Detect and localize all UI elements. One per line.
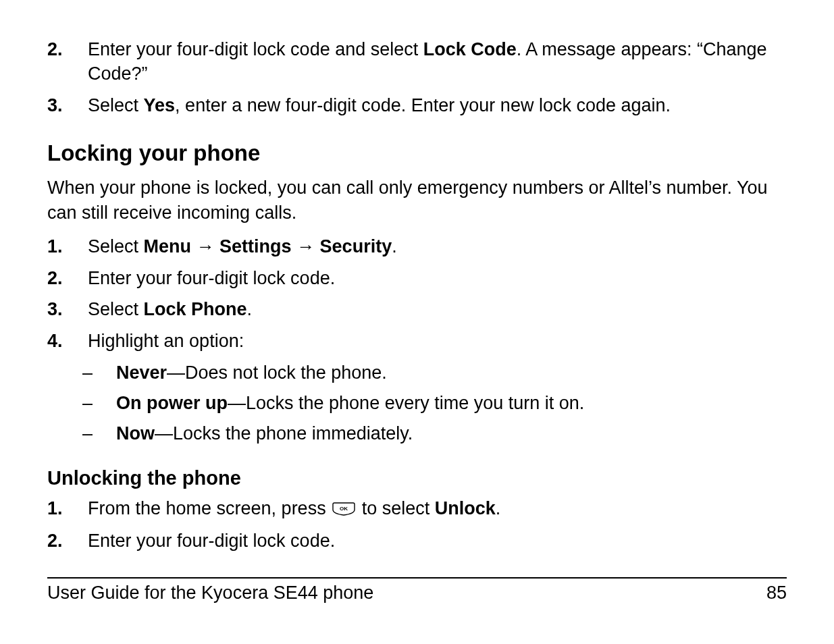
bold-text: Yes bbox=[144, 95, 176, 115]
list-number: 3. bbox=[47, 297, 88, 321]
list-item: 1. Select Menu → Settings → Security. bbox=[47, 234, 787, 259]
arrow-icon: → bbox=[191, 236, 219, 257]
list-number: 2. bbox=[47, 529, 88, 553]
text: . bbox=[496, 498, 501, 518]
text: . bbox=[247, 299, 253, 319]
list-number: 2. bbox=[47, 37, 88, 86]
text: Select bbox=[88, 95, 144, 115]
svg-text:OK: OK bbox=[340, 506, 348, 512]
bold-text: Lock Code bbox=[423, 39, 517, 59]
text: —Locks the phone immediately. bbox=[155, 423, 413, 444]
list-item: 3. Select Yes, enter a new four-digit co… bbox=[47, 93, 787, 117]
text: . bbox=[392, 236, 397, 257]
list-item: 1. From the home screen, press OK to sel… bbox=[47, 496, 787, 522]
list-item: 3. Select Lock Phone. bbox=[47, 297, 787, 321]
dash: – bbox=[82, 360, 116, 386]
footer-title: User Guide for the Kyocera SE44 phone bbox=[47, 583, 373, 603]
top-step-list: 2. Enter your four-digit lock code and s… bbox=[47, 37, 787, 117]
subsection-heading-unlocking: Unlocking the phone bbox=[47, 467, 787, 489]
nav-item: Settings bbox=[219, 236, 292, 257]
list-item: 2. Enter your four-digit lock code and s… bbox=[47, 37, 787, 86]
list-body: Select Menu → Settings → Security. bbox=[88, 234, 787, 259]
sublist-body: Now—Locks the phone immediately. bbox=[116, 421, 413, 447]
text: Select bbox=[88, 299, 144, 319]
section-heading-locking: Locking your phone bbox=[47, 140, 787, 166]
text: to select bbox=[357, 498, 435, 518]
document-page: 2. Enter your four-digit lock code and s… bbox=[0, 0, 834, 644]
unlocking-step-list: 1. From the home screen, press OK to sel… bbox=[47, 496, 787, 554]
list-item: 4. Highlight an option: bbox=[47, 329, 787, 353]
sublist-item: – Never—Does not lock the phone. bbox=[47, 360, 787, 386]
ok-button-icon: OK bbox=[332, 498, 355, 522]
sublist-body: Never—Does not lock the phone. bbox=[116, 360, 387, 386]
locking-step-list: 1. Select Menu → Settings → Security. 2.… bbox=[47, 234, 787, 447]
list-body: Select Lock Phone. bbox=[88, 297, 787, 321]
list-body: Highlight an option: bbox=[88, 329, 787, 353]
list-body: Select Yes, enter a new four-digit code.… bbox=[88, 93, 787, 117]
arrow-icon: → bbox=[292, 236, 320, 257]
list-number: 1. bbox=[47, 234, 88, 259]
text: —Locks the phone every time you turn it … bbox=[228, 393, 584, 413]
page-number: 85 bbox=[766, 583, 787, 603]
text: From the home screen, press bbox=[88, 498, 331, 518]
list-item: 2. Enter your four-digit lock code. bbox=[47, 266, 787, 290]
nav-item: Security bbox=[320, 236, 392, 257]
list-number: 2. bbox=[47, 266, 88, 290]
list-body: Enter your four-digit lock code. bbox=[88, 266, 787, 290]
bold-text: On power up bbox=[116, 393, 228, 413]
footer-rule bbox=[47, 577, 787, 579]
dash: – bbox=[82, 421, 116, 447]
bold-text: Unlock bbox=[435, 498, 496, 518]
list-body: Enter your four-digit lock code. bbox=[88, 529, 787, 553]
page-footer: User Guide for the Kyocera SE44 phone 85 bbox=[47, 577, 787, 603]
text: Select bbox=[88, 236, 144, 257]
footer-line: User Guide for the Kyocera SE44 phone 85 bbox=[47, 583, 787, 603]
bold-text: Never bbox=[116, 363, 167, 383]
bold-text: Lock Phone bbox=[144, 299, 247, 319]
sublist-item: – Now—Locks the phone immediately. bbox=[47, 421, 787, 447]
list-number: 1. bbox=[47, 496, 88, 522]
sublist-body: On power up—Locks the phone every time y… bbox=[116, 390, 584, 417]
nav-item: Menu bbox=[144, 236, 192, 257]
list-item: 2. Enter your four-digit lock code. bbox=[47, 529, 787, 553]
dash: – bbox=[82, 390, 116, 417]
text: Highlight an option: bbox=[88, 331, 244, 351]
section-intro: When your phone is locked, you can call … bbox=[47, 176, 787, 225]
text: Enter your four-digit lock code and sele… bbox=[88, 39, 423, 59]
text: , enter a new four-digit code. Enter you… bbox=[175, 95, 671, 115]
text: —Does not lock the phone. bbox=[167, 363, 387, 383]
list-body: From the home screen, press OK to select… bbox=[88, 496, 787, 522]
list-body: Enter your four-digit lock code and sele… bbox=[88, 37, 787, 86]
list-number: 3. bbox=[47, 93, 88, 117]
list-number: 4. bbox=[47, 329, 88, 353]
option-sublist: – Never—Does not lock the phone. – On po… bbox=[47, 360, 787, 447]
bold-text: Now bbox=[116, 423, 155, 444]
sublist-item: – On power up—Locks the phone every time… bbox=[47, 390, 787, 417]
